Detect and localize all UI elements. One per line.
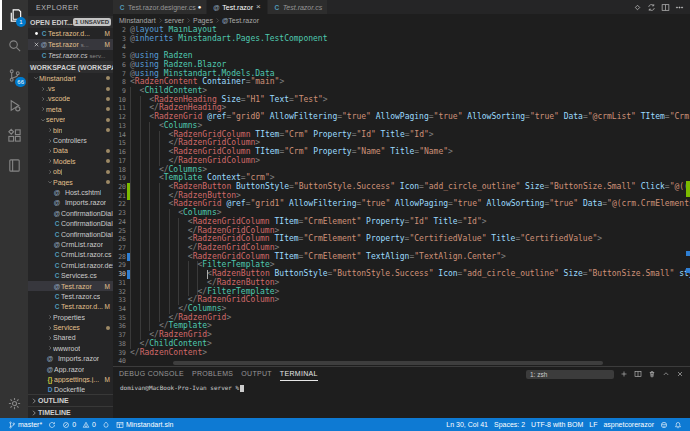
line-number[interactable]: 26 bbox=[113, 235, 126, 244]
line-number[interactable]: 32 bbox=[113, 288, 126, 297]
line-number[interactable]: 23 bbox=[113, 209, 126, 218]
breadcrumb-server[interactable]: server bbox=[165, 17, 184, 24]
tree-item-Test.razor[interactable]: @Test.razorM bbox=[28, 281, 113, 291]
line-number[interactable]: 35 bbox=[113, 314, 126, 323]
line-number[interactable]: 29 bbox=[113, 261, 126, 270]
status-notifications[interactable] bbox=[671, 418, 685, 431]
line-number[interactable]: 13 bbox=[113, 122, 126, 131]
kill-terminal-icon[interactable] bbox=[648, 370, 656, 378]
line-number[interactable]: 2 bbox=[113, 26, 126, 35]
line-number[interactable]: 6 bbox=[113, 61, 126, 70]
status-sync[interactable] bbox=[45, 418, 59, 431]
line-number[interactable]: 11 bbox=[113, 104, 126, 113]
activitybar-run-debug[interactable] bbox=[0, 90, 28, 120]
activitybar-explorer[interactable]: 1 bbox=[0, 0, 28, 30]
line-number[interactable]: 36 bbox=[113, 322, 126, 331]
line-number[interactable]: 15 bbox=[113, 139, 126, 148]
status-encoding[interactable]: UTF-8 with BOM bbox=[528, 418, 586, 431]
line-number[interactable]: 9 bbox=[113, 87, 126, 96]
open-editor-Test.razor[interactable]: @Test.razors...M bbox=[28, 39, 113, 50]
toggle-layout-icon[interactable] bbox=[647, 3, 656, 12]
status-git-branch[interactable]: master* bbox=[5, 418, 45, 431]
tree-item-CrmList.razor.des...[interactable]: CCrmList.razor.des... bbox=[28, 260, 113, 270]
tree-item-Models[interactable]: Models bbox=[28, 156, 113, 166]
tree-item-Test.razor.cs[interactable]: CTest.razor.cs bbox=[28, 291, 113, 301]
open-editor-Test.razor.d...[interactable]: CTest.razor.d...M bbox=[28, 28, 113, 39]
tree-item-bin[interactable]: bin bbox=[28, 125, 113, 135]
line-number[interactable]: 33 bbox=[113, 296, 126, 305]
open-editor-Test.razor.cs[interactable]: CTest.razor.csserv... bbox=[28, 50, 113, 61]
section-outline[interactable]: OUTLINE bbox=[28, 394, 113, 406]
activitybar-remote-explorer[interactable] bbox=[0, 150, 28, 180]
tree-item-.vs[interactable]: .vs bbox=[28, 83, 113, 93]
breadcrumb-Minstandart[interactable]: Minstandart bbox=[119, 17, 156, 24]
horizontal-scrollbar[interactable] bbox=[173, 361, 603, 365]
status-solution[interactable]: Minstandart.sln bbox=[113, 418, 176, 431]
tab-Test.razor.cs[interactable]: CTest.razor.cs bbox=[268, 0, 329, 14]
status-errors[interactable]: 0 bbox=[59, 418, 79, 431]
tab-Test.razor.designer.cs[interactable]: CTest.razor.designer.cs● bbox=[113, 0, 207, 14]
open-changes-icon[interactable] bbox=[633, 3, 642, 12]
line-number[interactable]: 8 bbox=[113, 78, 126, 87]
status-warnings[interactable]: 0 bbox=[79, 418, 99, 431]
line-number[interactable]: 5 bbox=[113, 52, 126, 61]
line-number[interactable]: 22 bbox=[113, 200, 126, 209]
tree-item-Services[interactable]: Services bbox=[28, 322, 113, 332]
line-number[interactable]: 7 bbox=[113, 70, 126, 79]
line-number[interactable]: 38 bbox=[113, 340, 126, 349]
activitybar-manage[interactable] bbox=[0, 388, 28, 418]
code-line-3[interactable]: 3@inherits Minstandart.Pages.TestCompone… bbox=[113, 35, 690, 44]
tree-item-ConfirmationDial...[interactable]: CConfirmationDial... bbox=[28, 229, 113, 239]
line-number[interactable]: 17 bbox=[113, 157, 126, 166]
line-number[interactable]: 39 bbox=[113, 349, 126, 358]
tree-item-_Imports.razor[interactable]: @_Imports.razor bbox=[28, 354, 113, 364]
line-number[interactable]: 40 bbox=[113, 357, 126, 366]
tree-item-obj[interactable]: obj bbox=[28, 167, 113, 177]
line-number[interactable]: 14 bbox=[113, 131, 126, 140]
line-number[interactable]: 10 bbox=[113, 96, 126, 105]
split-terminal-icon[interactable] bbox=[634, 370, 642, 378]
panel-tab-output[interactable]: OUTPUT bbox=[241, 367, 272, 381]
activitybar-source-control[interactable]: 66 bbox=[0, 60, 28, 90]
status-cursor-position[interactable]: Ln 30, Col 41 bbox=[443, 418, 491, 431]
panel-tab-terminal[interactable]: TERMINAL bbox=[280, 367, 318, 381]
line-number[interactable]: 16 bbox=[113, 148, 126, 157]
line-number[interactable]: 34 bbox=[113, 305, 126, 314]
tree-item-Pages[interactable]: Pages bbox=[28, 177, 113, 187]
tree-item-_Imports.razor[interactable]: @_Imports.razor bbox=[28, 198, 113, 208]
tree-item-CrmList.razor.cs[interactable]: CCrmList.razor.cs bbox=[28, 250, 113, 260]
line-number[interactable]: 4 bbox=[113, 43, 126, 52]
tree-item-ConfirmationDial...[interactable]: @ConfirmationDial... bbox=[28, 208, 113, 218]
line-number[interactable]: 20 bbox=[113, 183, 126, 192]
tree-item-App.razor[interactable]: @App.razor bbox=[28, 364, 113, 374]
section-timeline[interactable]: TIMELINE bbox=[28, 406, 113, 418]
tree-item-Dockerfile[interactable]: DDockerfile bbox=[28, 385, 113, 394]
tree-item-Test.razor.d...[interactable]: CTest.razor.d...M bbox=[28, 302, 113, 312]
panel-tab-debug-console[interactable]: DEBUG CONSOLE bbox=[119, 367, 184, 381]
breadcrumb-Test.razor[interactable]: @Test.razor bbox=[222, 17, 259, 24]
tree-item-wwwroot[interactable]: wwwroot bbox=[28, 343, 113, 353]
line-number[interactable]: 12 bbox=[113, 113, 126, 122]
line-number[interactable]: 25 bbox=[113, 227, 126, 236]
tree-item-Data[interactable]: Data bbox=[28, 146, 113, 156]
status-indentation[interactable]: Spaces: 2 bbox=[491, 418, 528, 431]
close-tab-button[interactable]: × bbox=[255, 3, 262, 11]
tree-item-ConfirmationDial...[interactable]: CConfirmationDial... bbox=[28, 218, 113, 228]
breadcrumb-Pages[interactable]: Pages bbox=[193, 17, 213, 24]
tree-item-appsettings.j...[interactable]: {}appsettings.j...M bbox=[28, 374, 113, 384]
activitybar-extensions[interactable] bbox=[0, 120, 28, 150]
tree-item-CrmList.razor[interactable]: @CrmList.razor bbox=[28, 239, 113, 249]
tree-item-Services.cs[interactable]: CServices.cs bbox=[28, 270, 113, 280]
line-number[interactable]: 24 bbox=[113, 218, 126, 227]
status-flame[interactable] bbox=[99, 418, 113, 431]
line-number[interactable]: 30 bbox=[113, 270, 126, 279]
workspace-header[interactable]: WORKSPACE (WORKSPA... bbox=[28, 61, 113, 73]
tree-item-Controllers[interactable]: Controllers bbox=[28, 135, 113, 145]
activitybar-search[interactable] bbox=[0, 30, 28, 60]
code-line-30[interactable]: 30<RadzenButton ButtonStyle="ButtonStyle… bbox=[113, 270, 690, 279]
tab-Test.razor[interactable]: @Test.razor× bbox=[207, 0, 267, 14]
line-number[interactable]: 19 bbox=[113, 174, 126, 183]
tree-item-Minstandart[interactable]: Minstandart bbox=[28, 73, 113, 83]
tree-item-server[interactable]: server bbox=[28, 115, 113, 125]
status-feedback[interactable] bbox=[657, 418, 671, 431]
